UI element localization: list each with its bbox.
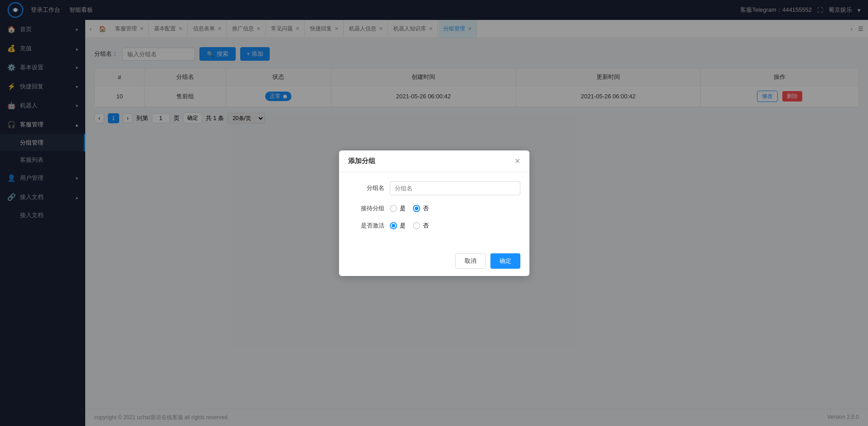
modal-footer: 取消 确定 (339, 248, 529, 276)
reception-no-option[interactable]: 否 (413, 204, 429, 213)
activate-no-option[interactable]: 否 (413, 222, 429, 230)
form-row-activate: 是否激活 是 否 (348, 222, 520, 230)
form-row-reception: 接待分组 是 否 (348, 204, 520, 213)
reception-yes-label: 是 (400, 204, 406, 213)
reception-radio-group: 是 否 (390, 204, 429, 213)
activate-no-label: 否 (423, 222, 429, 230)
reception-yes-option[interactable]: 是 (390, 204, 406, 213)
activate-yes-option[interactable]: 是 (390, 222, 406, 230)
modal-header: 添加分组 ✕ (339, 150, 529, 172)
activate-no-radio[interactable] (413, 222, 420, 229)
modal-title: 添加分组 (348, 157, 375, 165)
group-name-label: 分组名 (348, 184, 384, 192)
activate-radio-group: 是 否 (390, 222, 429, 230)
modal-close-button[interactable]: ✕ (514, 157, 520, 165)
reception-no-label: 否 (423, 204, 429, 213)
group-name-input[interactable] (390, 181, 520, 195)
modal-cancel-button[interactable]: 取消 (455, 253, 486, 269)
activate-label: 是否激活 (348, 222, 384, 230)
reception-yes-radio[interactable] (390, 205, 397, 212)
reception-label: 接待分组 (348, 204, 384, 213)
add-group-modal: 添加分组 ✕ 分组名 接待分组 是 否 (339, 150, 529, 276)
reception-no-radio[interactable] (413, 205, 420, 212)
activate-yes-radio[interactable] (390, 222, 397, 229)
activate-yes-label: 是 (400, 222, 406, 230)
modal-overlay[interactable]: 添加分组 ✕ 分组名 接待分组 是 否 (0, 0, 868, 426)
form-row-group-name: 分组名 (348, 181, 520, 195)
modal-body: 分组名 接待分组 是 否 是否激活 (339, 172, 529, 248)
modal-confirm-button[interactable]: 确定 (490, 253, 520, 269)
